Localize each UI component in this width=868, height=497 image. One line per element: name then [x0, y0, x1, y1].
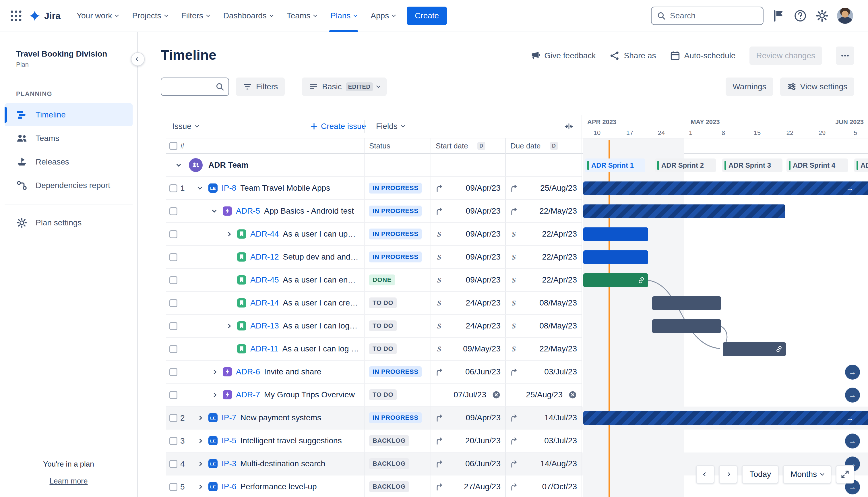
issue-row-IP-5[interactable]: 3LEIP-5Intelligent travel suggestionsBAC… [166, 429, 868, 453]
start-date-column-header[interactable]: Start date D [431, 138, 505, 154]
issue-key-link[interactable]: IP-6 [221, 482, 236, 491]
row-checkbox[interactable] [169, 414, 177, 422]
collapse-columns-button[interactable] [562, 115, 576, 138]
sprint-chip[interactable]: ADR Sprint 4 [786, 158, 848, 172]
row-checkbox[interactable] [169, 437, 177, 445]
row-checkbox[interactable] [169, 207, 177, 215]
expand-chevron-icon[interactable] [224, 229, 233, 239]
issue-column-dropdown[interactable]: Issue [172, 115, 198, 138]
gantt-bar[interactable] [583, 273, 648, 287]
row-checkbox[interactable] [169, 253, 177, 261]
due-date-column-header[interactable]: Due date D [505, 138, 581, 154]
status-lozenge[interactable]: IN PROGRESS [369, 366, 422, 377]
issue-row-ADR-13[interactable]: ADR-13As a user I can log i…TO DOS24/Apr… [166, 315, 868, 338]
scroll-left-button[interactable] [696, 465, 714, 483]
sidebar-collapse-button[interactable] [131, 52, 145, 66]
timeline-search[interactable] [161, 77, 229, 96]
row-checkbox[interactable] [169, 345, 177, 353]
status-lozenge[interactable]: IN PROGRESS [369, 412, 422, 423]
warnings-button[interactable]: Warnings [726, 77, 773, 96]
share-as-button[interactable]: Share as [609, 51, 656, 61]
issue-row-IP-7[interactable]: 2LEIP-7New payment systemsIN PROGRESS09/… [166, 407, 868, 429]
status-lozenge[interactable]: TO DO [369, 321, 397, 331]
fullscreen-button[interactable] [836, 465, 854, 483]
issue-key-link[interactable]: ADR-45 [250, 275, 279, 285]
clear-date-icon[interactable] [492, 390, 501, 399]
gantt-bar[interactable] [723, 342, 786, 356]
row-checkbox[interactable] [169, 322, 177, 330]
expand-chevron-icon[interactable] [209, 367, 219, 377]
collapse-chevron-icon[interactable] [195, 183, 204, 193]
user-avatar[interactable] [837, 8, 853, 24]
issue-row-ADR-44[interactable]: ADR-44As a user I can up…IN PROGRESSS09/… [166, 223, 868, 246]
sidebar-item-dependencies-report[interactable]: Dependencies report [4, 174, 133, 197]
issue-key-link[interactable]: IP-5 [221, 436, 236, 445]
gantt-bar[interactable] [583, 204, 785, 218]
review-changes-button[interactable]: Review changes [750, 46, 822, 65]
row-checkbox[interactable] [169, 391, 177, 399]
expand-chevron-icon[interactable] [195, 413, 204, 422]
bar-continues-indicator[interactable]: → [845, 434, 860, 449]
expand-chevron-icon[interactable] [195, 482, 204, 491]
issue-row-ADR-12[interactable]: ADR-12Setup dev and and …IN PROGRESSS09/… [166, 246, 868, 269]
nav-item-apps[interactable]: Apps [365, 6, 401, 25]
status-lozenge[interactable]: IN PROGRESS [369, 205, 422, 216]
nav-item-teams[interactable]: Teams [281, 6, 322, 25]
expand-chevron-icon[interactable] [195, 436, 204, 445]
status-lozenge[interactable]: IN PROGRESS [369, 183, 422, 194]
gantt-bar[interactable]: → [583, 411, 868, 425]
sprint-chip[interactable]: ADR Sprint 3 [722, 158, 782, 172]
nav-item-filters[interactable]: Filters [176, 6, 215, 25]
issue-key-link[interactable]: ADR-14 [250, 298, 279, 308]
issue-row-ADR-6[interactable]: ADR-6Invite and shareIN PROGRESS06/Jun/2… [166, 360, 868, 384]
sprint-chip[interactable]: AD [854, 158, 868, 172]
sprint-chip[interactable]: ADR Sprint 1 [585, 158, 645, 172]
fields-dropdown[interactable]: Fields [376, 115, 404, 138]
give-feedback-button[interactable]: Give feedback [530, 51, 596, 61]
issue-row-ADR-14[interactable]: ADR-14As a user I can cre…TO DOS24/Apr/2… [166, 292, 868, 315]
expand-chevron-icon[interactable] [224, 321, 233, 330]
jira-logo[interactable]: Jira [29, 10, 61, 22]
sprint-chip[interactable]: ADR Sprint 2 [655, 158, 716, 172]
nav-item-dashboards[interactable]: Dashboards [218, 6, 279, 25]
select-all-checkbox[interactable] [169, 142, 177, 150]
issue-key-link[interactable]: IP-8 [221, 183, 236, 193]
help-icon[interactable] [793, 9, 807, 23]
row-checkbox[interactable] [169, 368, 177, 376]
flag-icon[interactable] [771, 9, 785, 23]
issue-row-ADR-11[interactable]: ADR-11As a user I can log i…TO DOS09/May… [166, 338, 868, 360]
bar-continues-indicator[interactable]: → [845, 365, 860, 380]
status-lozenge[interactable]: BACKLOG [369, 481, 409, 492]
sidebar-item-plan-settings[interactable]: Plan settings [4, 211, 133, 234]
collapse-chevron-icon[interactable] [209, 207, 219, 216]
bar-continues-indicator[interactable]: → [845, 388, 860, 402]
gantt-bar[interactable] [652, 296, 721, 310]
expand-chevron-icon[interactable] [195, 459, 204, 468]
gantt-bar[interactable] [652, 319, 721, 333]
status-column-header[interactable]: Status [364, 138, 431, 154]
gantt-bar[interactable]: → [583, 182, 868, 195]
scroll-right-button[interactable] [719, 465, 737, 483]
issue-row-ADR-45[interactable]: ADR-45As a user I can ena…DONES09/Apr/23… [166, 269, 868, 292]
today-button[interactable]: Today [742, 465, 779, 483]
issue-key-link[interactable]: ADR-6 [236, 367, 260, 377]
app-switcher-icon[interactable] [9, 9, 23, 23]
row-checkbox[interactable] [169, 483, 177, 491]
status-lozenge[interactable]: DONE [369, 274, 395, 285]
row-checkbox[interactable] [169, 230, 177, 238]
global-search[interactable] [651, 6, 764, 25]
status-lozenge[interactable]: TO DO [369, 343, 397, 354]
filters-button[interactable]: Filters [236, 77, 285, 96]
issue-key-link[interactable]: ADR-11 [250, 344, 278, 353]
collapse-chevron-icon[interactable] [174, 160, 183, 170]
status-lozenge[interactable]: TO DO [369, 389, 397, 400]
issue-row-IP-8[interactable]: 1LEIP-8Team Travel Mobile AppsIN PROGRES… [166, 177, 868, 200]
issue-key-link[interactable]: ADR-44 [250, 229, 279, 239]
create-button[interactable]: Create [407, 6, 447, 25]
status-lozenge[interactable]: IN PROGRESS [369, 252, 422, 262]
status-lozenge[interactable]: BACKLOG [369, 435, 409, 446]
sidebar-item-teams[interactable]: Teams [4, 127, 133, 150]
clear-date-icon[interactable] [568, 390, 577, 399]
issue-key-link[interactable]: ADR-5 [236, 207, 260, 216]
issue-key-link[interactable]: ADR-12 [250, 252, 279, 261]
